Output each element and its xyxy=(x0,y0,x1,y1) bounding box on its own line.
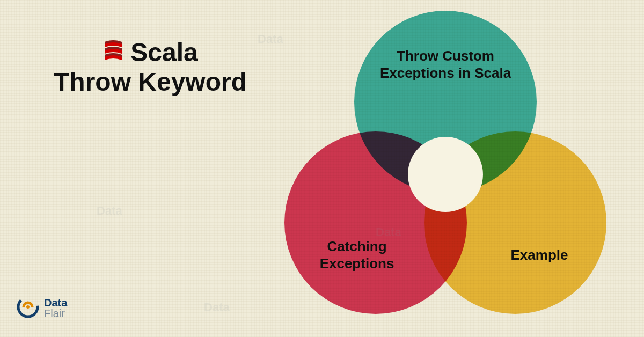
brand-text: Data Flair xyxy=(44,297,67,319)
watermark-icon: Data xyxy=(258,32,283,46)
brand-text-bottom: Flair xyxy=(44,308,67,319)
watermark-icon: Data xyxy=(376,225,401,239)
brand-text-top: Data xyxy=(44,297,67,308)
page-title-block: Scala Throw Keyword xyxy=(54,38,247,97)
title-row: Scala xyxy=(54,38,247,67)
venn-label-left: CatchingExceptions xyxy=(304,238,411,273)
venn-diagram: Throw CustomExceptions in Scala Catching… xyxy=(258,5,633,333)
svg-point-1 xyxy=(26,305,30,309)
title-line2: Throw Keyword xyxy=(54,67,247,97)
brand-logo: Data Flair xyxy=(16,295,67,321)
venn-center-gap xyxy=(408,137,483,212)
venn-label-right: Example xyxy=(495,246,584,264)
watermark-icon: Data xyxy=(204,301,230,314)
brand-logo-icon xyxy=(16,295,40,321)
title-line1: Scala xyxy=(130,38,197,67)
watermark-icon: Data xyxy=(97,204,122,218)
venn-label-top: Throw CustomExceptions in Scala xyxy=(364,47,527,82)
scala-logo-icon xyxy=(103,39,124,67)
